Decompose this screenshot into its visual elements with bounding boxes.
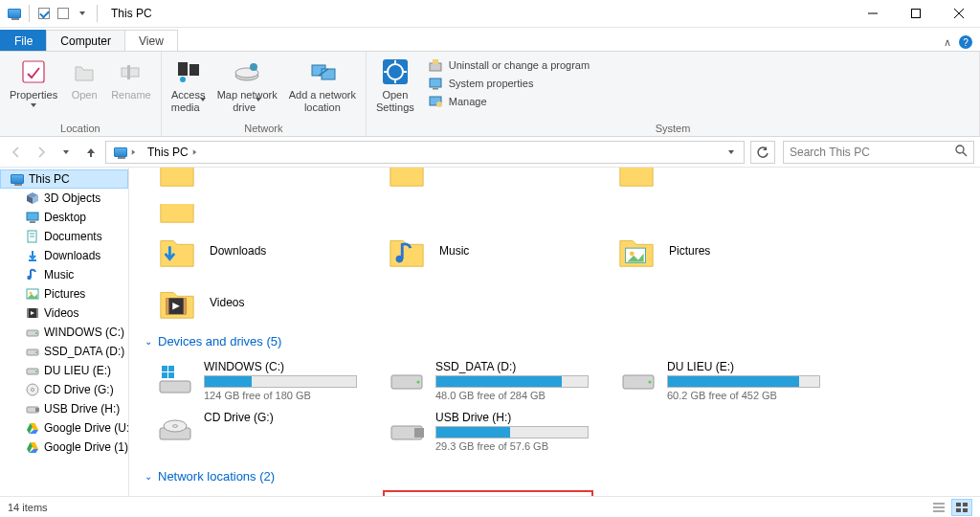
drive-item[interactable]: USB Drive (H:) 29.3 GB free of 57.6 GB — [388, 411, 589, 452]
svg-rect-82 — [963, 508, 968, 512]
svg-point-38 — [30, 292, 33, 295]
desktop-icon — [25, 210, 40, 225]
chevron-down-icon: ⌄ — [145, 336, 152, 347]
properties-button[interactable]: Properties — [6, 55, 61, 109]
drive-item[interactable]: Google Drive (1) (Z:) 8.82 GB free of 15… — [388, 495, 589, 496]
tab-file[interactable]: File — [0, 30, 47, 51]
system-properties-button[interactable]: System properties — [426, 75, 591, 92]
folder-item[interactable]: Videos — [156, 282, 347, 323]
drive-free-text: 48.0 GB free of 284 GB — [435, 390, 589, 401]
uninstall-program-button[interactable]: Uninstall or change a program — [426, 56, 591, 74]
tree-item-label: USB Drive (H:) — [44, 402, 120, 416]
folder-item[interactable] — [386, 168, 577, 192]
tab-view[interactable]: View — [124, 30, 178, 51]
address-root-icon[interactable] — [108, 147, 142, 157]
tree-item[interactable]: Videos — [0, 303, 128, 323]
tree-item[interactable]: Music — [0, 265, 128, 284]
folder-icon — [386, 168, 428, 192]
drive-item[interactable]: DU LIEU (E:) 60.2 GB free of 452 GB — [619, 360, 820, 401]
open-button[interactable]: Open — [65, 55, 103, 103]
folder-icon — [615, 168, 657, 192]
manage-button[interactable]: Manage — [426, 93, 591, 110]
nav-history-dropdown[interactable] — [56, 142, 77, 163]
minimize-button[interactable] — [851, 0, 894, 28]
folder-item[interactable]: Pictures — [615, 231, 807, 271]
drive-icon — [25, 344, 40, 359]
qat-empty-icon[interactable] — [55, 5, 72, 22]
ribbon-group-network: Access media Map network drive Add a net… — [162, 52, 367, 136]
system-properties-icon — [428, 76, 443, 91]
tree-item[interactable]: Pictures — [0, 284, 128, 303]
rename-button[interactable]: Rename — [107, 55, 155, 103]
tree-item-label: This PC — [29, 172, 70, 186]
svg-rect-57 — [184, 298, 187, 314]
tree-item[interactable]: SSD_DATA (D:) — [0, 342, 128, 361]
tree-item[interactable]: CD Drive (G:) — [0, 380, 128, 399]
tree-item[interactable]: This PC — [0, 169, 128, 189]
usage-bar — [435, 375, 589, 388]
tree-item[interactable]: 3D Objects — [0, 189, 128, 208]
drive-item[interactable]: WINDOWS (C:) 124 GB free of 180 GB — [156, 360, 357, 401]
drive-label: SSD_DATA (D:) — [435, 360, 589, 373]
quick-access-toolbar — [0, 5, 107, 22]
folder-icon — [156, 168, 198, 192]
section-devices-and-drives[interactable]: ⌄ Devices and drives (5) — [129, 325, 980, 354]
map-network-drive-button[interactable]: Map network drive — [213, 55, 281, 115]
folder-item[interactable]: Downloads — [156, 231, 347, 271]
tree-item[interactable]: Google Drive (U:) — [0, 418, 128, 438]
item-count: 14 items — [8, 502, 48, 513]
tree-item[interactable]: DU LIEU (E:) — [0, 361, 128, 380]
nav-back-button[interactable] — [6, 142, 27, 163]
svg-rect-41 — [36, 308, 38, 318]
address-bar[interactable]: This PC — [105, 141, 745, 164]
search-box[interactable]: Search This PC — [783, 141, 974, 164]
drive-item[interactable]: CD Drive (G:) — [156, 411, 357, 452]
tree-item[interactable]: Documents — [0, 227, 128, 246]
maximize-button[interactable] — [894, 0, 937, 28]
tab-computer[interactable]: Computer — [46, 30, 125, 51]
svg-point-69 — [173, 425, 178, 428]
folder-item[interactable]: Music — [386, 231, 577, 271]
folder-item[interactable] — [156, 168, 347, 192]
svg-point-36 — [27, 276, 31, 280]
items-view[interactable]: DownloadsMusicPicturesVideos ⌄ Devices a… — [129, 168, 980, 496]
folder-icon — [156, 282, 198, 323]
details-view-button[interactable] — [928, 499, 949, 516]
help-icon[interactable]: ? — [959, 35, 972, 49]
tiles-view-button[interactable] — [951, 499, 972, 516]
nav-forward-button[interactable] — [31, 142, 52, 163]
access-media-button[interactable]: Access media — [167, 55, 210, 115]
address-dropdown-icon[interactable] — [721, 150, 742, 154]
gdrive-icon — [25, 420, 40, 436]
breadcrumb-segment[interactable]: This PC — [142, 146, 203, 159]
drive-item[interactable]: SSD_DATA (D:) 48.0 GB free of 284 GB — [388, 360, 589, 401]
nav-up-button[interactable] — [80, 142, 101, 163]
tree-item[interactable]: Google Drive (1) — [0, 438, 128, 457]
qat-dropdown-icon[interactable] — [74, 5, 91, 22]
tree-item[interactable]: Downloads — [0, 246, 128, 265]
tree-item-label: CD Drive (G:) — [44, 383, 114, 396]
qat-checkbox-icon[interactable] — [35, 5, 53, 22]
tree-item[interactable]: WINDOWS (C:) — [0, 323, 128, 342]
down-icon — [25, 248, 40, 263]
collapse-ribbon-icon[interactable]: ∧ — [944, 36, 951, 49]
svg-rect-61 — [162, 372, 167, 378]
ribbon-tabs: File Computer View ∧ ? — [0, 28, 980, 51]
add-network-location-button[interactable]: Add a network location — [285, 55, 360, 115]
close-button[interactable] — [937, 0, 980, 28]
navigation-tree[interactable]: This PC3D ObjectsDesktopDocumentsDownloa… — [0, 168, 129, 496]
folder-item[interactable] — [156, 204, 347, 229]
svg-rect-79 — [956, 503, 961, 506]
folder-item[interactable] — [615, 168, 807, 192]
svg-rect-7 — [178, 62, 188, 76]
folder-label: Pictures — [669, 244, 710, 258]
drive-icon — [156, 360, 194, 398]
refresh-button[interactable] — [750, 141, 775, 164]
svg-rect-60 — [168, 366, 174, 371]
tree-item[interactable]: USB Drive (H:) — [0, 399, 128, 418]
drive-item[interactable]: Google Drive (U:) 7.99 EB free of 7.99 E… — [156, 495, 357, 496]
section-network-locations[interactable]: ⌄ Network locations (2) — [129, 460, 980, 489]
svg-rect-71 — [414, 428, 424, 438]
open-settings-button[interactable]: Open Settings — [372, 55, 418, 115]
tree-item[interactable]: Desktop — [0, 208, 128, 227]
